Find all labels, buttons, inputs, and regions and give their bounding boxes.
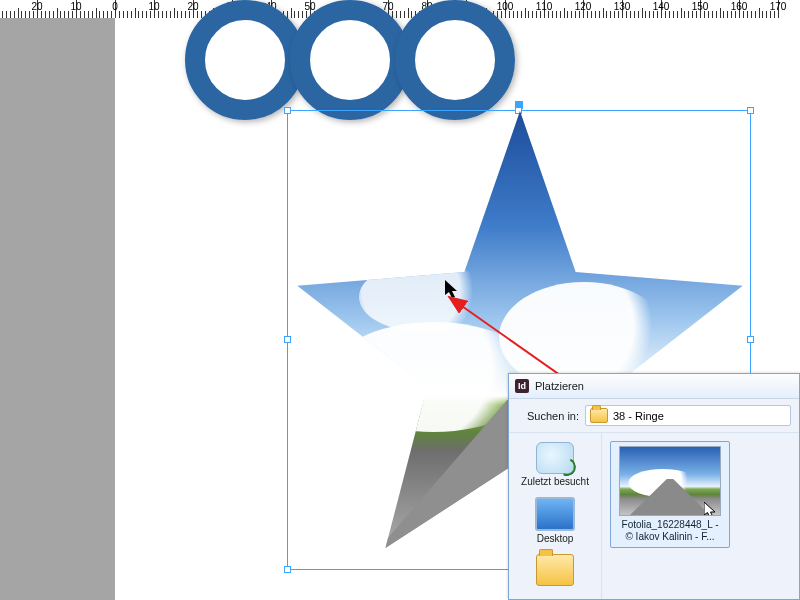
ring-2 xyxy=(290,0,410,120)
place-folder[interactable] xyxy=(515,551,595,591)
places-sidebar: Zuletzt besucht Desktop xyxy=(509,433,602,599)
search-in-row: Suchen in: 38 - Ringe xyxy=(509,399,799,433)
place-desktop[interactable]: Desktop xyxy=(515,494,595,547)
place-label: Zuletzt besucht xyxy=(515,476,595,487)
file-thumbnail xyxy=(619,446,721,516)
ruler-label: 150 xyxy=(692,1,709,12)
place-dialog[interactable]: Id Platzieren Suchen in: 38 - Ringe Zule… xyxy=(508,373,800,600)
ruler-label: 0 xyxy=(112,1,118,12)
folder-icon xyxy=(536,554,574,586)
ring-3 xyxy=(395,0,515,120)
folder-combobox[interactable]: 38 - Ringe xyxy=(585,405,791,426)
file-name-line2: © Iakov Kalinin - F... xyxy=(625,531,714,542)
ring-1 xyxy=(185,0,305,120)
indesign-app-icon: Id xyxy=(515,379,529,393)
folder-icon xyxy=(590,408,608,423)
ruler-label: 140 xyxy=(653,1,670,12)
search-in-label: Suchen in: xyxy=(517,410,579,422)
ruler-label: 120 xyxy=(575,1,592,12)
ruler-label: 160 xyxy=(731,1,748,12)
dialog-titlebar[interactable]: Id Platzieren xyxy=(509,374,799,399)
place-recent[interactable]: Zuletzt besucht xyxy=(515,439,595,490)
file-list[interactable]: Fotolia_16228448_L - © Iakov Kalinin - F… xyxy=(602,433,799,599)
ruler-label: 100 xyxy=(497,1,514,12)
desktop-icon xyxy=(535,497,575,531)
ruler-label: 110 xyxy=(536,1,553,12)
recent-icon xyxy=(536,442,574,474)
horizontal-ruler: 2010010203040506070809010011012013014015… xyxy=(0,0,800,19)
file-item-selected[interactable]: Fotolia_16228448_L - © Iakov Kalinin - F… xyxy=(610,441,730,548)
ruler-label: 170 xyxy=(770,1,787,12)
ruler-label: 130 xyxy=(614,1,631,12)
dialog-title: Platzieren xyxy=(535,380,584,392)
file-name-line1: Fotolia_16228448_L - xyxy=(622,519,719,530)
current-folder-name: 38 - Ringe xyxy=(613,410,664,422)
place-label: Desktop xyxy=(515,533,595,544)
